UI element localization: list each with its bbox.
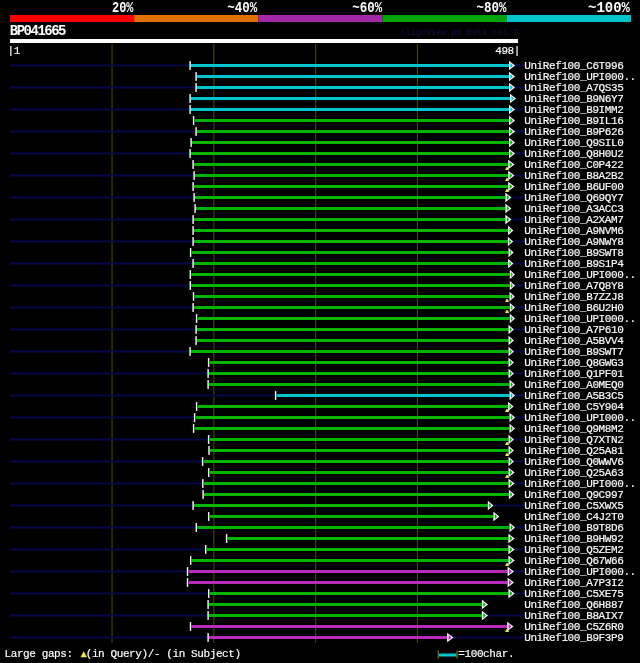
svg-text:(in Query)/: (in Query)/	[86, 648, 154, 660]
svg-text:498|: 498|	[495, 45, 520, 57]
svg-text:AlignView.pm Beta rel.7: AlignView.pm Beta rel.7	[401, 28, 518, 38]
svg-text:|1: |1	[8, 45, 21, 57]
svg-text:~40%: ~40%	[227, 0, 258, 16]
svg-text:~60%: ~60%	[352, 0, 383, 16]
svg-text:~100%: ~100%	[588, 0, 631, 16]
svg-text:~80%: ~80%	[476, 0, 507, 16]
svg-text:20%: 20%	[112, 0, 134, 16]
svg-text:=100char.: =100char.	[458, 648, 514, 660]
svg-text:UniRef100_B9F3P9: UniRef100_B9F3P9	[524, 632, 623, 644]
svg-text:(in Subject): (in Subject)	[166, 648, 240, 660]
svg-text:BP041665: BP041665	[10, 23, 66, 39]
svg-text:Large gaps:: Large gaps:	[5, 648, 73, 660]
svg-text:-: -	[154, 648, 160, 660]
